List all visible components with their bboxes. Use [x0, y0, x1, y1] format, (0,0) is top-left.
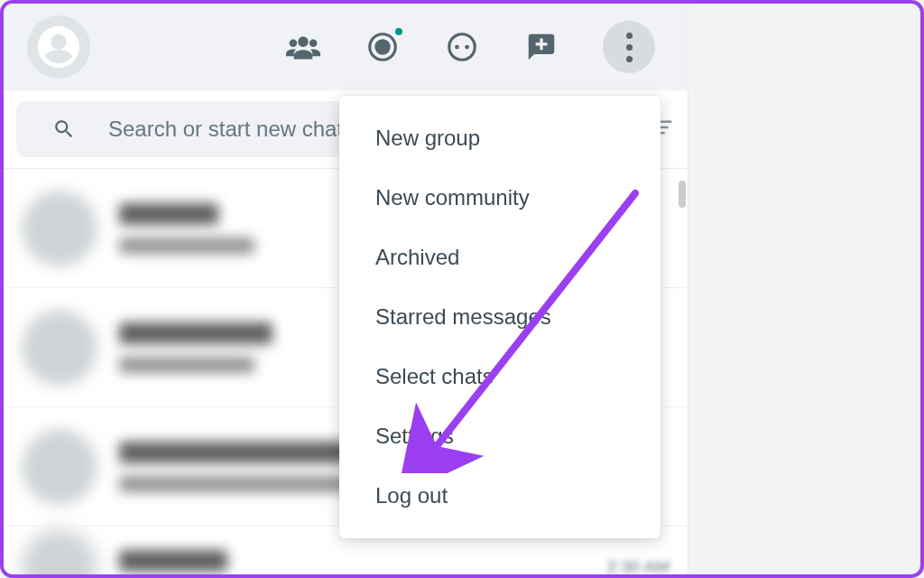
avatar-placeholder-icon [38, 26, 79, 68]
chat-avatar [22, 310, 97, 386]
chat-text-group [119, 550, 585, 579]
menu-item-starred[interactable]: Starred messages [339, 287, 661, 347]
menu-item-select-chats[interactable]: Select chats [339, 347, 661, 406]
profile-avatar[interactable] [27, 15, 90, 79]
chat-preview-blurred [119, 238, 254, 254]
status-new-dot [393, 26, 404, 37]
menu-item-archived[interactable]: Archived [339, 228, 661, 287]
chat-avatar [22, 191, 97, 266]
more-vertical-icon [626, 33, 633, 62]
chat-name-blurred [119, 442, 354, 463]
chat-name-blurred [119, 203, 218, 225]
search-icon [52, 117, 76, 141]
chat-avatar [22, 429, 97, 505]
annotated-frame: Search or start new chat [0, 0, 924, 578]
chat-time: 2:30 AM [606, 557, 670, 577]
menu-item-new-group[interactable]: New group [339, 108, 661, 168]
menu-button[interactable] [603, 21, 655, 73]
scrollbar[interactable] [679, 181, 686, 208]
sidebar-panel: Search or start new chat [4, 4, 688, 574]
status-icon[interactable] [365, 29, 401, 65]
chat-avatar [22, 529, 97, 579]
dropdown-menu: New group New community Archived Starred… [339, 96, 661, 538]
new-chat-icon[interactable] [523, 29, 559, 65]
sidebar-header [4, 4, 688, 90]
menu-item-log-out[interactable]: Log out [339, 466, 661, 526]
menu-item-settings[interactable]: Settings [339, 406, 661, 466]
communities-icon[interactable] [285, 29, 321, 65]
menu-item-new-community[interactable]: New community [339, 168, 661, 228]
chat-preview-blurred [119, 357, 254, 373]
channels-icon[interactable] [444, 29, 480, 65]
header-icon-row [285, 21, 664, 73]
chat-name-blurred [119, 550, 227, 572]
chat-name-blurred [119, 322, 273, 344]
search-placeholder: Search or start new chat [60, 117, 343, 142]
